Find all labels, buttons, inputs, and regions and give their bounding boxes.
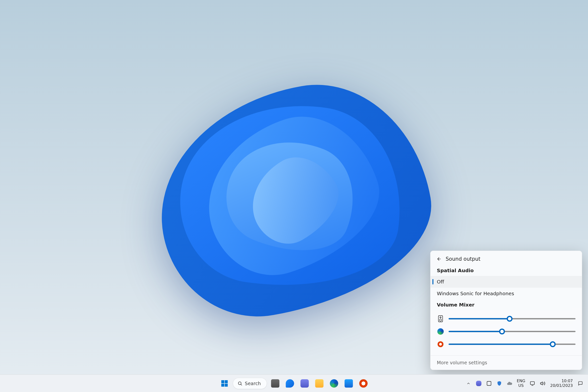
tray-overflow-button[interactable]: [464, 379, 473, 388]
spatial-audio-heading: Spatial Audio: [430, 266, 582, 276]
language-line2: US: [518, 384, 524, 388]
flyout-title: Sound output: [446, 256, 480, 262]
monitor-icon: [530, 381, 535, 386]
notifications-button[interactable]: [576, 379, 585, 388]
clock-date: 20/01/2023: [550, 384, 573, 388]
tray-security-icon[interactable]: [495, 379, 504, 388]
task-view-button[interactable]: [269, 377, 282, 390]
cloud-icon: [507, 380, 512, 386]
chat-button[interactable]: [298, 377, 311, 390]
store-icon: [345, 379, 353, 388]
svg-rect-7: [225, 384, 228, 386]
svg-rect-6: [221, 384, 224, 386]
tray-teams-icon[interactable]: [474, 379, 484, 388]
option-label: Off: [437, 279, 444, 285]
widgets-button[interactable]: [284, 377, 296, 390]
mixer-channel-system: [437, 315, 576, 322]
tray-onedrive-icon[interactable]: [505, 379, 514, 388]
edge-icon: [437, 328, 444, 335]
search-icon: [238, 381, 242, 386]
svg-rect-5: [225, 380, 228, 383]
edge-button[interactable]: [328, 377, 340, 390]
mixer-slider-system[interactable]: [448, 316, 576, 321]
edge-icon: [330, 379, 338, 388]
file-explorer-button[interactable]: [313, 377, 326, 390]
teams-icon: [476, 381, 482, 386]
svg-point-8: [238, 382, 241, 385]
spatial-option-off[interactable]: Off: [430, 276, 582, 288]
language-line1: ENG: [517, 379, 525, 383]
svg-marker-13: [540, 382, 542, 385]
tray-volume-icon[interactable]: [538, 379, 547, 388]
widgets-icon: [286, 379, 294, 388]
mixer-channel-edge: [437, 328, 576, 335]
svg-rect-4: [221, 380, 224, 383]
clock-time: 10:07: [562, 379, 573, 383]
chat-icon: [300, 379, 309, 388]
start-button[interactable]: [218, 377, 231, 390]
notification-icon: [578, 381, 583, 386]
search-button[interactable]: Search: [233, 378, 267, 389]
app-icon: [486, 381, 492, 386]
more-volume-settings-link[interactable]: More volume settings: [430, 355, 582, 370]
mixer-channel-media: [437, 340, 576, 348]
system-tray: ENG US 10:07 20/01/2023: [464, 379, 585, 388]
svg-rect-11: [530, 382, 534, 384]
speaker-icon: [540, 381, 545, 386]
svg-point-3: [440, 319, 442, 321]
mixer-slider-edge[interactable]: [448, 329, 576, 334]
svg-rect-10: [487, 381, 491, 386]
volume-mixer-heading: Volume Mixer: [430, 301, 582, 310]
back-button[interactable]: [436, 256, 442, 262]
search-label: Search: [245, 381, 261, 386]
svg-point-2: [440, 317, 441, 318]
svg-line-9: [241, 384, 242, 385]
shield-icon: [496, 381, 502, 386]
clock[interactable]: 10:07 20/01/2023: [548, 379, 575, 388]
media-player-icon: [437, 340, 444, 348]
sound-output-flyout: Sound output Spatial Audio Off Windows S…: [430, 251, 582, 370]
task-view-icon: [271, 379, 280, 388]
option-label: Windows Sonic for Headphones: [437, 290, 514, 296]
tray-app-icon-1[interactable]: [484, 379, 494, 388]
arrow-left-icon: [436, 256, 442, 262]
language-indicator[interactable]: ENG US: [515, 379, 526, 388]
taskbar-center: Search: [218, 377, 370, 390]
taskbar: Search ENG US: [0, 374, 588, 392]
media-player-icon: [360, 379, 368, 388]
tray-network-icon[interactable]: [528, 379, 537, 388]
speaker-device-icon: [437, 315, 444, 322]
microsoft-store-button[interactable]: [342, 377, 355, 390]
folder-icon: [315, 379, 324, 388]
spatial-option-windows-sonic[interactable]: Windows Sonic for Headphones: [430, 288, 582, 300]
windows-logo-icon: [221, 380, 228, 387]
mixer-slider-media[interactable]: [448, 342, 576, 347]
wallpaper-bloom: [122, 40, 466, 383]
media-player-button[interactable]: [357, 377, 370, 390]
chevron-up-icon: [466, 382, 470, 386]
